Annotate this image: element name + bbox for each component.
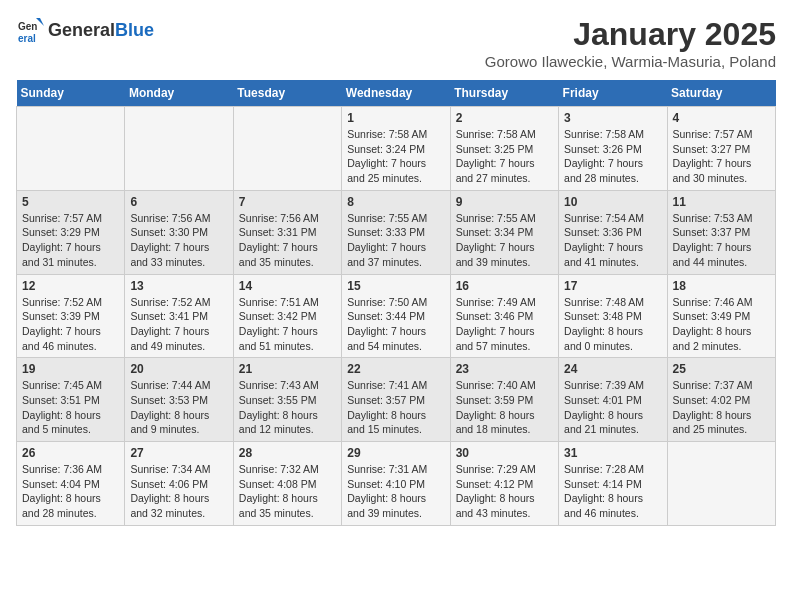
week-row-4: 19Sunrise: 7:45 AM Sunset: 3:51 PM Dayli… [17, 358, 776, 442]
day-number: 25 [673, 362, 770, 376]
calendar-cell: 9Sunrise: 7:55 AM Sunset: 3:34 PM Daylig… [450, 190, 558, 274]
day-info: Sunrise: 7:44 AM Sunset: 3:53 PM Dayligh… [130, 378, 227, 437]
calendar-cell: 7Sunrise: 7:56 AM Sunset: 3:31 PM Daylig… [233, 190, 341, 274]
day-number: 26 [22, 446, 119, 460]
day-number: 20 [130, 362, 227, 376]
day-info: Sunrise: 7:37 AM Sunset: 4:02 PM Dayligh… [673, 378, 770, 437]
day-header-sunday: Sunday [17, 80, 125, 107]
week-row-2: 5Sunrise: 7:57 AM Sunset: 3:29 PM Daylig… [17, 190, 776, 274]
day-header-friday: Friday [559, 80, 667, 107]
calendar-cell: 1Sunrise: 7:58 AM Sunset: 3:24 PM Daylig… [342, 107, 450, 191]
day-info: Sunrise: 7:56 AM Sunset: 3:31 PM Dayligh… [239, 211, 336, 270]
day-number: 27 [130, 446, 227, 460]
day-info: Sunrise: 7:46 AM Sunset: 3:49 PM Dayligh… [673, 295, 770, 354]
calendar-cell: 27Sunrise: 7:34 AM Sunset: 4:06 PM Dayli… [125, 442, 233, 526]
day-info: Sunrise: 7:32 AM Sunset: 4:08 PM Dayligh… [239, 462, 336, 521]
calendar-cell: 15Sunrise: 7:50 AM Sunset: 3:44 PM Dayli… [342, 274, 450, 358]
day-info: Sunrise: 7:55 AM Sunset: 3:33 PM Dayligh… [347, 211, 444, 270]
calendar-cell: 8Sunrise: 7:55 AM Sunset: 3:33 PM Daylig… [342, 190, 450, 274]
calendar-cell: 14Sunrise: 7:51 AM Sunset: 3:42 PM Dayli… [233, 274, 341, 358]
calendar-cell: 21Sunrise: 7:43 AM Sunset: 3:55 PM Dayli… [233, 358, 341, 442]
day-info: Sunrise: 7:51 AM Sunset: 3:42 PM Dayligh… [239, 295, 336, 354]
day-info: Sunrise: 7:36 AM Sunset: 4:04 PM Dayligh… [22, 462, 119, 521]
day-info: Sunrise: 7:43 AM Sunset: 3:55 PM Dayligh… [239, 378, 336, 437]
calendar-cell: 10Sunrise: 7:54 AM Sunset: 3:36 PM Dayli… [559, 190, 667, 274]
day-number: 31 [564, 446, 661, 460]
day-info: Sunrise: 7:52 AM Sunset: 3:41 PM Dayligh… [130, 295, 227, 354]
logo-blue: Blue [115, 20, 154, 40]
day-info: Sunrise: 7:57 AM Sunset: 3:29 PM Dayligh… [22, 211, 119, 270]
day-number: 6 [130, 195, 227, 209]
week-row-1: 1Sunrise: 7:58 AM Sunset: 3:24 PM Daylig… [17, 107, 776, 191]
calendar-cell: 11Sunrise: 7:53 AM Sunset: 3:37 PM Dayli… [667, 190, 775, 274]
calendar-table: SundayMondayTuesdayWednesdayThursdayFrid… [16, 80, 776, 526]
day-info: Sunrise: 7:41 AM Sunset: 3:57 PM Dayligh… [347, 378, 444, 437]
calendar-cell [17, 107, 125, 191]
header-row: SundayMondayTuesdayWednesdayThursdayFrid… [17, 80, 776, 107]
day-header-wednesday: Wednesday [342, 80, 450, 107]
day-number: 15 [347, 279, 444, 293]
calendar-cell: 22Sunrise: 7:41 AM Sunset: 3:57 PM Dayli… [342, 358, 450, 442]
day-header-monday: Monday [125, 80, 233, 107]
calendar-cell: 12Sunrise: 7:52 AM Sunset: 3:39 PM Dayli… [17, 274, 125, 358]
day-info: Sunrise: 7:58 AM Sunset: 3:25 PM Dayligh… [456, 127, 553, 186]
day-header-tuesday: Tuesday [233, 80, 341, 107]
day-number: 11 [673, 195, 770, 209]
day-info: Sunrise: 7:54 AM Sunset: 3:36 PM Dayligh… [564, 211, 661, 270]
title-area: January 2025 Gorowo Ilaweckie, Warmia-Ma… [485, 16, 776, 70]
logo-icon: Gen eral [16, 16, 44, 44]
day-info: Sunrise: 7:56 AM Sunset: 3:30 PM Dayligh… [130, 211, 227, 270]
day-info: Sunrise: 7:28 AM Sunset: 4:14 PM Dayligh… [564, 462, 661, 521]
day-info: Sunrise: 7:49 AM Sunset: 3:46 PM Dayligh… [456, 295, 553, 354]
day-number: 13 [130, 279, 227, 293]
calendar-cell [125, 107, 233, 191]
day-number: 29 [347, 446, 444, 460]
day-info: Sunrise: 7:34 AM Sunset: 4:06 PM Dayligh… [130, 462, 227, 521]
day-info: Sunrise: 7:39 AM Sunset: 4:01 PM Dayligh… [564, 378, 661, 437]
day-number: 21 [239, 362, 336, 376]
logo: Gen eral GeneralBlue [16, 16, 154, 44]
calendar-cell [233, 107, 341, 191]
day-info: Sunrise: 7:31 AM Sunset: 4:10 PM Dayligh… [347, 462, 444, 521]
day-info: Sunrise: 7:52 AM Sunset: 3:39 PM Dayligh… [22, 295, 119, 354]
day-info: Sunrise: 7:45 AM Sunset: 3:51 PM Dayligh… [22, 378, 119, 437]
calendar-cell: 6Sunrise: 7:56 AM Sunset: 3:30 PM Daylig… [125, 190, 233, 274]
day-number: 23 [456, 362, 553, 376]
calendar-cell: 25Sunrise: 7:37 AM Sunset: 4:02 PM Dayli… [667, 358, 775, 442]
day-number: 22 [347, 362, 444, 376]
day-number: 30 [456, 446, 553, 460]
header: Gen eral GeneralBlue January 2025 Gorowo… [16, 16, 776, 70]
day-number: 8 [347, 195, 444, 209]
calendar-cell: 31Sunrise: 7:28 AM Sunset: 4:14 PM Dayli… [559, 442, 667, 526]
calendar-cell: 3Sunrise: 7:58 AM Sunset: 3:26 PM Daylig… [559, 107, 667, 191]
day-info: Sunrise: 7:48 AM Sunset: 3:48 PM Dayligh… [564, 295, 661, 354]
calendar-cell: 26Sunrise: 7:36 AM Sunset: 4:04 PM Dayli… [17, 442, 125, 526]
svg-text:eral: eral [18, 33, 36, 44]
main-title: January 2025 [485, 16, 776, 53]
day-number: 7 [239, 195, 336, 209]
day-info: Sunrise: 7:40 AM Sunset: 3:59 PM Dayligh… [456, 378, 553, 437]
calendar-cell: 13Sunrise: 7:52 AM Sunset: 3:41 PM Dayli… [125, 274, 233, 358]
calendar-cell: 19Sunrise: 7:45 AM Sunset: 3:51 PM Dayli… [17, 358, 125, 442]
logo-general: General [48, 20, 115, 40]
day-info: Sunrise: 7:58 AM Sunset: 3:24 PM Dayligh… [347, 127, 444, 186]
day-number: 12 [22, 279, 119, 293]
calendar-cell [667, 442, 775, 526]
day-number: 9 [456, 195, 553, 209]
day-number: 3 [564, 111, 661, 125]
week-row-3: 12Sunrise: 7:52 AM Sunset: 3:39 PM Dayli… [17, 274, 776, 358]
calendar-cell: 23Sunrise: 7:40 AM Sunset: 3:59 PM Dayli… [450, 358, 558, 442]
day-number: 14 [239, 279, 336, 293]
day-info: Sunrise: 7:29 AM Sunset: 4:12 PM Dayligh… [456, 462, 553, 521]
day-number: 17 [564, 279, 661, 293]
day-number: 1 [347, 111, 444, 125]
logo-text: GeneralBlue [48, 20, 154, 41]
day-number: 18 [673, 279, 770, 293]
calendar-cell: 28Sunrise: 7:32 AM Sunset: 4:08 PM Dayli… [233, 442, 341, 526]
calendar-cell: 20Sunrise: 7:44 AM Sunset: 3:53 PM Dayli… [125, 358, 233, 442]
day-header-thursday: Thursday [450, 80, 558, 107]
day-number: 24 [564, 362, 661, 376]
day-info: Sunrise: 7:53 AM Sunset: 3:37 PM Dayligh… [673, 211, 770, 270]
day-info: Sunrise: 7:50 AM Sunset: 3:44 PM Dayligh… [347, 295, 444, 354]
calendar-cell: 29Sunrise: 7:31 AM Sunset: 4:10 PM Dayli… [342, 442, 450, 526]
